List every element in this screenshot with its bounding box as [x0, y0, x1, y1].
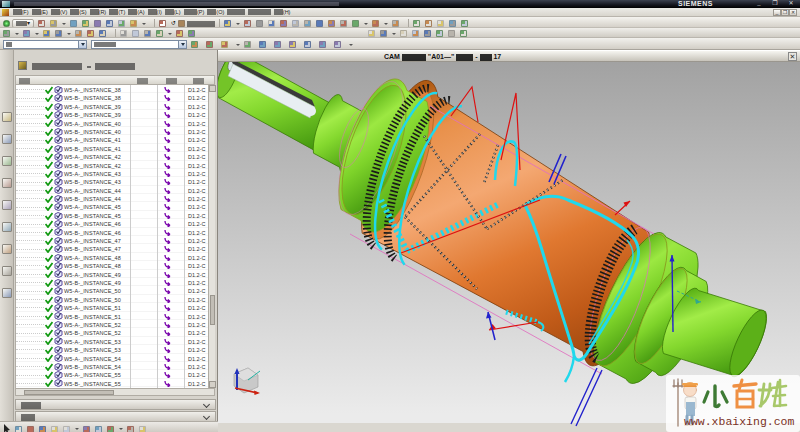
svg-text:www.xbaixing.com: www.xbaixing.com [684, 415, 795, 428]
